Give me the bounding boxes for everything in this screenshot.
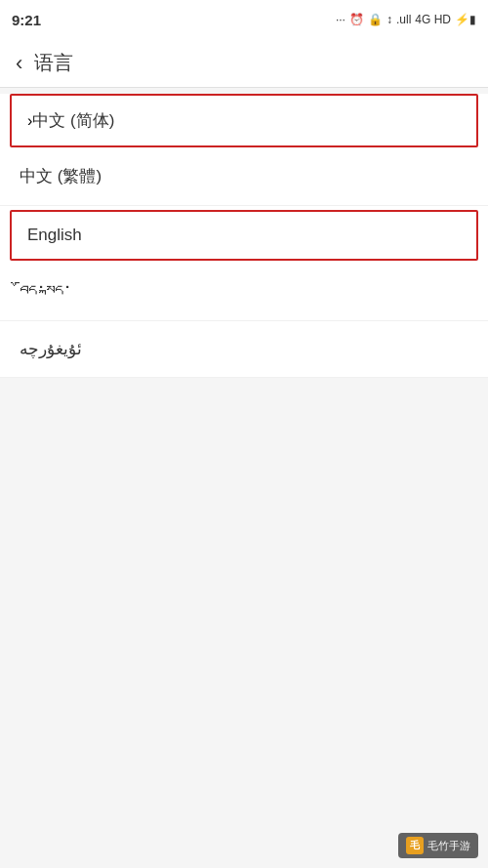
back-button[interactable]: ‹ [16,51,22,76]
language-item-zh-hant[interactable]: 中文 (繁體) [0,147,488,206]
status-icons: ··· ⏰ 🔒 ↕ .ull 4G HD ⚡▮ [336,13,476,26]
nav-bar: ‹ 语言 [0,39,488,88]
language-item-zh-hans[interactable]: › 中文 (简体) [10,94,478,147]
status-time: 9:21 [12,12,41,28]
language-item-en[interactable]: English [10,210,478,261]
language-item-tibetan[interactable]: བོད་སྐད་ [0,265,488,321]
language-item-uyghur[interactable]: ئۇيغۇرچە [0,321,488,378]
language-label-en: English [27,226,82,244]
page-title: 语言 [34,50,73,76]
status-bar: 9:21 ··· ⏰ 🔒 ↕ .ull 4G HD ⚡▮ [0,0,488,39]
language-list: › 中文 (简体) 中文 (繁體) English བོད་སྐད་ ئۇيغۇ… [0,94,488,378]
status-dots: ··· [336,13,346,26]
status-signal-icon: .ull [396,13,411,26]
status-network-label: 4G HD [415,13,451,26]
watermark: 毛 毛竹手游 [398,833,478,858]
language-label-zh-hans: 中文 (简体) [32,109,114,132]
language-label-tibetan: བོད་སྐད་ [20,282,72,302]
watermark-icon: 毛 [406,837,424,854]
status-sync-icon: ↕ [386,13,392,26]
status-battery-icon: ⚡▮ [455,13,476,26]
status-lock-icon: 🔒 [368,13,383,26]
language-label-uyghur: ئۇيغۇرچە [20,340,82,358]
status-alarm-icon: ⏰ [349,13,364,26]
watermark-text: 毛竹手游 [427,839,470,853]
language-label-zh-hant: 中文 (繁體) [20,167,102,186]
